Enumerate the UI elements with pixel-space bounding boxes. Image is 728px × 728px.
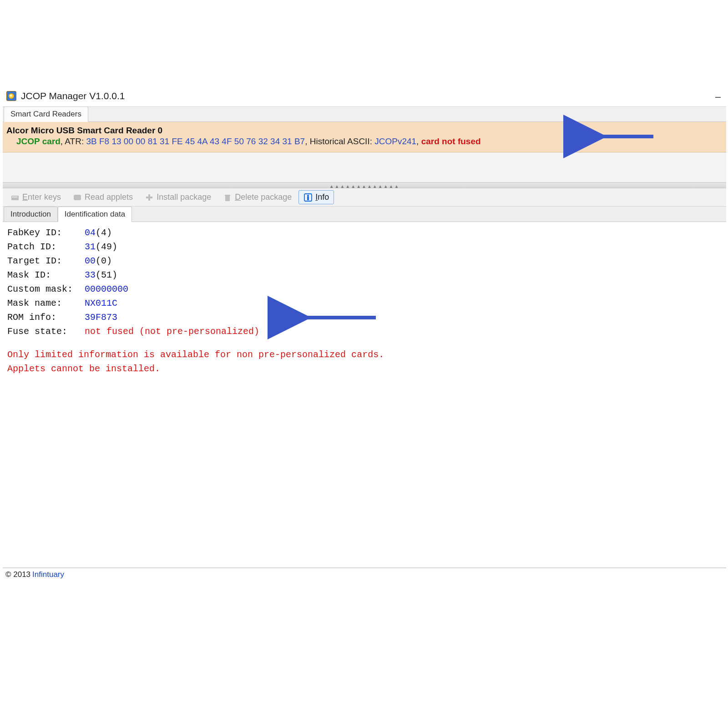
value-dec: (0) xyxy=(96,254,112,268)
separator: , xyxy=(416,136,421,146)
row-patch: Patch ID: 31 (49) xyxy=(7,240,722,254)
hist-label: , Historical ASCII: xyxy=(305,136,374,146)
atr-value: 3B F8 13 00 00 81 31 FE 45 4A 43 4F 50 7… xyxy=(86,136,305,146)
reader-details: JCOP card, ATR: 3B F8 13 00 00 81 31 FE … xyxy=(6,136,723,147)
row-rom-info: ROM info: 39F873 xyxy=(7,310,722,324)
value: 31 xyxy=(85,240,96,254)
label: FabKey ID: xyxy=(7,226,85,240)
warning-line-1: Only limited information is available fo… xyxy=(7,348,722,362)
svg-rect-5 xyxy=(16,197,17,197)
row-mask: Mask ID: 33 (51) xyxy=(7,268,722,282)
svg-point-11 xyxy=(308,195,309,196)
splitter-grip-icon: ▲▲▲▲▲▲▲▲▲▲▲▲▲ xyxy=(329,184,400,189)
label: Target ID: xyxy=(7,254,85,268)
read-applets-button[interactable]: Read applets xyxy=(68,190,138,204)
value: not fused (not pre-personalized) xyxy=(85,324,259,339)
svg-rect-6 xyxy=(74,195,81,200)
tab-identification-data[interactable]: Identification data xyxy=(58,207,132,222)
label: Fuse state: xyxy=(7,324,85,339)
enter-keys-button[interactable]: Enter keys xyxy=(5,190,66,204)
svg-rect-2 xyxy=(12,197,13,197)
value: 33 xyxy=(85,268,96,282)
footer-link[interactable]: Infintuary xyxy=(32,570,64,579)
reader-panel[interactable]: Alcor Micro USB Smart Card Reader 0 JCOP… xyxy=(3,122,726,152)
splitter[interactable]: ▲▲▲▲▲▲▲▲▲▲▲▲▲ xyxy=(3,182,726,188)
statusbar: © 2013 Infintuary xyxy=(3,568,726,581)
warning-line-2: Applets cannot be installed. xyxy=(7,362,722,376)
row-target: Target ID: 00 (0) xyxy=(7,254,722,268)
atr-label: , ATR: xyxy=(61,136,86,146)
titlebar: JCOP Manager V1.0.0.1 xyxy=(3,86,726,106)
hist-value: JCOPv241 xyxy=(374,136,416,146)
svg-rect-8 xyxy=(146,197,152,198)
value: 00000000 xyxy=(85,282,128,296)
trash-icon xyxy=(223,193,232,202)
delete-package-button[interactable]: Delete package xyxy=(218,190,297,204)
reader-name: Alcor Micro USB Smart Card Reader 0 xyxy=(6,125,723,136)
btn-label: Enter keys xyxy=(22,192,61,202)
reader-panel-empty xyxy=(3,152,726,182)
identification-content: FabKey ID: 04 (4) Patch ID: 31 (49) Targ… xyxy=(3,222,726,568)
label: Mask name: xyxy=(7,296,85,310)
toolbar: Enter keys Read applets Install package … xyxy=(3,188,726,207)
svg-rect-3 xyxy=(14,197,15,197)
btn-label: Read applets xyxy=(85,192,133,202)
row-custom-mask: Custom mask: 00000000 xyxy=(7,282,722,296)
value: NX011C xyxy=(85,296,117,310)
btn-label: Delete package xyxy=(235,192,292,202)
app-icon xyxy=(6,91,16,101)
copyright: © 2013 xyxy=(5,570,30,579)
svg-rect-1 xyxy=(11,196,19,200)
svg-rect-9 xyxy=(225,195,230,196)
btn-label: Info xyxy=(315,192,329,202)
info-icon xyxy=(303,193,313,202)
card-type-label: JCOP card xyxy=(16,136,61,146)
label: ROM info: xyxy=(7,310,85,324)
top-tabstrip: Smart Card Readers xyxy=(3,106,726,122)
label: Patch ID: xyxy=(7,240,85,254)
keys-icon xyxy=(10,193,20,202)
info-tabstrip: Introduction Identification data xyxy=(3,207,726,222)
tab-smart-card-readers[interactable]: Smart Card Readers xyxy=(4,106,88,122)
label: Custom mask: xyxy=(7,282,85,296)
value: 39F873 xyxy=(85,310,117,324)
value-dec: (4) xyxy=(96,226,112,240)
btn-label: Install package xyxy=(157,192,211,202)
window-title: JCOP Manager V1.0.0.1 xyxy=(21,91,125,101)
value: 00 xyxy=(85,254,96,268)
plus-icon xyxy=(145,193,154,202)
info-button[interactable]: Info xyxy=(298,190,334,204)
minimize-button[interactable] xyxy=(713,92,723,103)
row-fuse-state: Fuse state: not fused (not pre-personali… xyxy=(7,324,722,339)
value-dec: (51) xyxy=(96,268,117,282)
row-fabkey: FabKey ID: 04 (4) xyxy=(7,226,722,240)
svg-rect-4 xyxy=(15,197,16,197)
svg-rect-12 xyxy=(308,197,309,200)
value-dec: (49) xyxy=(96,240,117,254)
row-mask-name: Mask name: NX011C xyxy=(7,296,722,310)
card-status: card not fused xyxy=(421,136,481,146)
value: 04 xyxy=(85,226,96,240)
tab-introduction[interactable]: Introduction xyxy=(4,207,58,222)
install-package-button[interactable]: Install package xyxy=(140,190,216,204)
card-icon xyxy=(73,193,82,202)
label: Mask ID: xyxy=(7,268,85,282)
